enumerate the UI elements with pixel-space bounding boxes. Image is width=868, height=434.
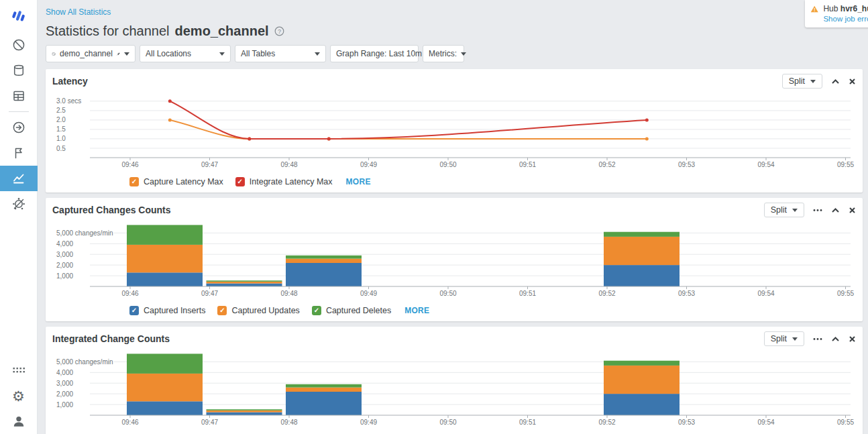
svg-text:3,000: 3,000 bbox=[56, 380, 73, 387]
hub-label: Hub bbox=[823, 4, 838, 13]
graph-range-label: Graph Range: Last 10m bbox=[336, 49, 422, 58]
integrated-changes-chart: 09:4609:4709:4809:4909:5009:5109:5209:53… bbox=[51, 348, 857, 433]
integrated-changes-panel: Integrated Change Counts Split 09:4609:4… bbox=[46, 327, 863, 434]
captured-changes-chart: 09:4609:4709:4809:4909:5009:5109:5209:53… bbox=[51, 219, 857, 304]
legend-toggle-captured-inserts[interactable]: ✓Captured Inserts bbox=[129, 306, 205, 315]
tables-filter-dropdown[interactable]: All Tables bbox=[235, 45, 326, 62]
sidebar-item-locations[interactable] bbox=[0, 58, 38, 83]
sidebar-item-jobs[interactable] bbox=[0, 115, 38, 140]
tables-filter-label: All Tables bbox=[241, 49, 275, 58]
sidebar-item-agents[interactable] bbox=[0, 191, 38, 217]
hvr-logo[interactable] bbox=[0, 0, 38, 32]
more-options-icon[interactable] bbox=[813, 209, 822, 212]
legend-toggle-captured-deletes[interactable]: ✓Captured Deletes bbox=[312, 306, 391, 315]
channel-filter-label: demo_channel bbox=[60, 49, 113, 58]
legend-checkbox-icon: ✓ bbox=[217, 306, 227, 315]
split-dropdown[interactable]: Split bbox=[782, 74, 822, 89]
sidebar-item-channels[interactable] bbox=[0, 32, 38, 58]
metrics-dropdown[interactable]: Metrics: bbox=[423, 45, 464, 62]
svg-text:1.5: 1.5 bbox=[56, 125, 66, 133]
more-options-icon[interactable] bbox=[813, 337, 822, 341]
legend-label: Capture Latency Max bbox=[144, 177, 223, 186]
svg-text:09:48: 09:48 bbox=[280, 161, 297, 168]
svg-text:09:46: 09:46 bbox=[121, 419, 138, 426]
help-icon[interactable]: ? bbox=[274, 26, 284, 36]
legend-toggle-integrate-latency-max[interactable]: ✓Integrate Latency Max bbox=[235, 177, 333, 186]
svg-text:2.5: 2.5 bbox=[56, 107, 66, 114]
panel-controls: Split bbox=[782, 74, 856, 89]
show-all-statistics-link[interactable]: Show All Statistics bbox=[46, 7, 111, 17]
legend-toggle-captured-updates[interactable]: ✓Captured Updates bbox=[217, 306, 299, 315]
svg-text:09:49: 09:49 bbox=[360, 161, 377, 168]
close-icon[interactable] bbox=[849, 335, 856, 343]
legend-toggle-capture-latency-max[interactable]: ✓Capture Latency Max bbox=[129, 177, 223, 186]
hub-name-label: Hub hvr6_hub bbox=[823, 4, 868, 13]
locations-filter-dropdown[interactable]: All Locations bbox=[140, 45, 231, 62]
flag-icon bbox=[11, 146, 26, 160]
channel-filter-dropdown[interactable]: demo_channel bbox=[46, 45, 135, 62]
metrics-label: Metrics: bbox=[429, 49, 457, 58]
split-dropdown[interactable]: Split bbox=[764, 331, 804, 346]
svg-text:?: ? bbox=[278, 28, 281, 35]
svg-text:09:50: 09:50 bbox=[439, 290, 456, 297]
svg-text:09:52: 09:52 bbox=[598, 290, 615, 297]
sidebar-divider bbox=[9, 111, 29, 112]
caret-down-icon bbox=[810, 80, 816, 83]
svg-text:3.0 secs: 3.0 secs bbox=[56, 97, 81, 105]
captured-changes-panel: Captured Changes Counts Split 09:4609:47… bbox=[46, 198, 863, 321]
svg-text:09:53: 09:53 bbox=[678, 419, 695, 426]
svg-text:09:48: 09:48 bbox=[280, 419, 297, 426]
svg-text:2.0: 2.0 bbox=[56, 116, 66, 123]
hub-status-card: ! Hub hvr6_hub Show job errors bbox=[805, 0, 868, 28]
panel-header: Integrated Change Counts Split bbox=[51, 327, 857, 348]
database-icon bbox=[11, 63, 26, 78]
panel-header: Latency Split bbox=[51, 69, 857, 91]
latency-panel: Latency Split 09:4609:4709:4809:4909:500… bbox=[46, 69, 863, 193]
svg-text:09:50: 09:50 bbox=[439, 161, 456, 168]
panel-controls: Split bbox=[764, 331, 856, 346]
collapse-icon[interactable] bbox=[831, 207, 840, 214]
svg-text:09:55: 09:55 bbox=[837, 419, 854, 426]
svg-text:09:47: 09:47 bbox=[201, 161, 218, 168]
legend-label: Integrate Latency Max bbox=[250, 177, 333, 186]
channel-circle-slash-icon bbox=[52, 50, 56, 58]
more-link[interactable]: MORE bbox=[404, 306, 429, 315]
captured-legend: ✓Captured Inserts✓Captured Updates✓Captu… bbox=[129, 304, 857, 317]
sidebar-item-settings[interactable]: ⚙ bbox=[0, 383, 38, 409]
graph-range-dropdown[interactable]: Graph Range: Last 10m bbox=[330, 45, 419, 62]
sidebar-item-statistics[interactable] bbox=[0, 166, 38, 191]
sidebar-item-tables[interactable] bbox=[0, 83, 38, 109]
hub-name: hvr6_hub bbox=[840, 4, 868, 13]
svg-text:09:47: 09:47 bbox=[201, 419, 218, 426]
legend-label: Captured Deletes bbox=[326, 306, 391, 315]
more-link[interactable]: MORE bbox=[346, 177, 371, 186]
hvr-logo-icon bbox=[10, 7, 28, 25]
sidebar-item-apps[interactable] bbox=[0, 358, 38, 383]
split-label: Split bbox=[771, 334, 787, 343]
close-icon[interactable] bbox=[849, 207, 856, 214]
svg-text:1.0: 1.0 bbox=[56, 135, 66, 142]
svg-text:09:51: 09:51 bbox=[519, 161, 536, 168]
page-title-prefix: Statistics for channel bbox=[46, 23, 170, 39]
close-icon[interactable] bbox=[849, 78, 856, 85]
sidebar-item-events[interactable] bbox=[0, 140, 38, 166]
collapse-icon[interactable] bbox=[831, 335, 840, 343]
show-job-errors-link[interactable]: Show job errors bbox=[823, 15, 868, 23]
svg-text:5,000 changes/min: 5,000 changes/min bbox=[56, 229, 113, 237]
svg-text:1,000: 1,000 bbox=[56, 272, 73, 280]
sidebar-item-user[interactable] bbox=[0, 409, 38, 434]
svg-text:09:53: 09:53 bbox=[678, 290, 695, 297]
svg-text:09:50: 09:50 bbox=[439, 419, 456, 426]
svg-text:09:46: 09:46 bbox=[121, 290, 138, 297]
main-content: Show All Statistics Statistics for chann… bbox=[38, 0, 868, 434]
svg-text:09:46: 09:46 bbox=[121, 161, 138, 168]
page-title-channel-name: demo_channel bbox=[175, 23, 269, 39]
svg-text:0.5: 0.5 bbox=[56, 145, 66, 152]
sidebar: ⚙ bbox=[0, 0, 38, 434]
apps-grid-icon bbox=[11, 363, 26, 378]
svg-text:09:49: 09:49 bbox=[360, 419, 377, 426]
split-dropdown[interactable]: Split bbox=[764, 203, 804, 217]
collapse-icon[interactable] bbox=[831, 78, 840, 85]
legend-label: Captured Inserts bbox=[144, 306, 205, 315]
split-label: Split bbox=[771, 205, 787, 215]
